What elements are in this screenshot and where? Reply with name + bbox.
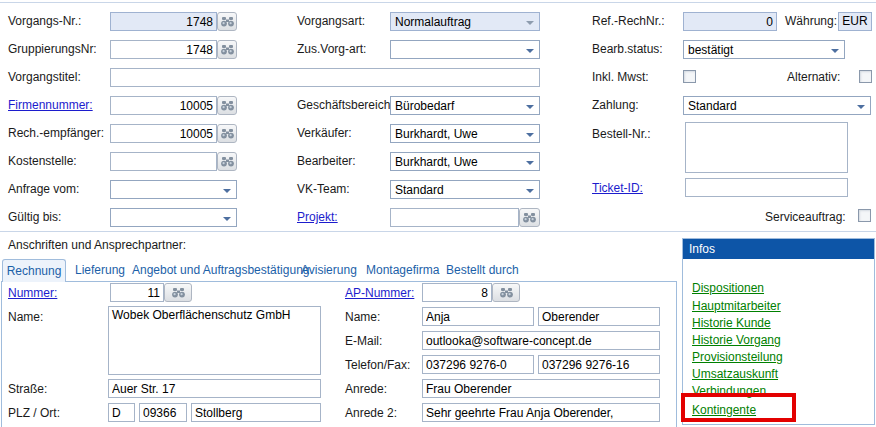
vk-team-label: VK-Team: — [297, 182, 350, 196]
binoculars-icon — [221, 17, 234, 27]
telefon-field[interactable] — [422, 355, 534, 374]
bearb-status-dropdown[interactable]: bestätigt — [683, 40, 845, 59]
projekt-field[interactable] — [390, 208, 519, 227]
chevron-down-icon — [223, 189, 231, 193]
firmennummer-link[interactable]: Firmennummer: — [8, 98, 93, 112]
projekt-lookup-button[interactable] — [519, 208, 540, 227]
anrede2-field[interactable] — [422, 403, 660, 422]
alternativ-checkbox[interactable] — [859, 70, 872, 83]
binoculars-icon — [221, 45, 234, 55]
country-field[interactable] — [108, 403, 135, 422]
binoculars-icon — [523, 213, 536, 223]
infos-link-dispositionen[interactable]: Dispositionen — [692, 281, 764, 295]
ap-nummer-field[interactable] — [422, 283, 492, 302]
vorgangstitel-label: Vorgangstitel: — [8, 70, 81, 84]
infos-link-hauptmitarbeiter[interactable]: Hauptmitarbeiter — [692, 299, 781, 313]
ref-rechnr-label: Ref.-RechNr.: — [592, 14, 665, 28]
vorgangs-nr-field[interactable] — [110, 12, 217, 31]
inkl-mwst-checkbox[interactable] — [683, 70, 696, 83]
section-divider — [0, 231, 876, 232]
name-field[interactable]: Wobek Oberflächenschutz GmbH — [108, 306, 321, 375]
kostenstelle-field[interactable] — [110, 152, 217, 171]
strasse-field[interactable] — [108, 379, 321, 398]
anrede2-label: Anrede 2: — [345, 406, 397, 420]
gruppierungs-nr-label: GruppierungsNr: — [8, 42, 97, 56]
ref-rechnr-field[interactable] — [683, 12, 777, 31]
zahlung-dropdown[interactable]: Standard — [683, 96, 871, 115]
rech-empfaenger-field[interactable] — [110, 124, 217, 143]
anrede-field[interactable] — [422, 379, 660, 398]
gueltig-bis-dropdown[interactable] — [110, 208, 237, 227]
ap-last-name-field[interactable] — [538, 307, 660, 326]
name-label: Name: — [8, 310, 43, 324]
ap-first-name-field[interactable] — [422, 307, 534, 326]
tab-montagefirma[interactable]: Montagefirma — [366, 263, 439, 277]
binoculars-icon — [221, 157, 234, 167]
geschaeftsbereich-label: Geschäftsbereich: — [297, 98, 394, 112]
vorgangs-nr-label: Vorgangs-Nr.: — [8, 14, 81, 28]
ap-nummer-lookup-button[interactable] — [492, 283, 520, 302]
zus-vorg-art-dropdown[interactable] — [390, 40, 540, 59]
verkaeufer-label: Verkäufer: — [297, 126, 352, 140]
chevron-down-icon — [526, 105, 534, 109]
anrede-label: Anrede: — [345, 382, 387, 396]
plz-field[interactable] — [139, 403, 187, 422]
chevron-down-icon — [526, 49, 534, 53]
nummer-lookup-button[interactable] — [164, 283, 192, 302]
chevron-down-icon — [831, 49, 839, 53]
vorgangs-nr-lookup-button[interactable] — [217, 12, 237, 31]
chevron-down-icon — [526, 189, 534, 193]
inkl-mwst-label: Inkl. Mwst: — [592, 70, 649, 84]
vk-team-dropdown[interactable]: Standard — [390, 180, 540, 199]
firmennummer-field[interactable] — [110, 96, 217, 115]
zus-vorg-art-label: Zus.Vorg-art: — [297, 42, 366, 56]
ap-nummer-link[interactable]: AP-Nummer: — [345, 286, 414, 300]
gruppierungs-nr-field[interactable] — [110, 40, 217, 59]
infos-link-umsatzauskunft[interactable]: Umsatzauskunft — [692, 367, 778, 381]
highlight-annotation-box — [681, 393, 796, 422]
infos-link-historie-vorgang[interactable]: Historie Vorgang — [692, 333, 781, 347]
firmennummer-lookup-button[interactable] — [217, 96, 237, 115]
plz-ort-label: PLZ / Ort: — [8, 406, 60, 420]
rech-empfaenger-lookup-button[interactable] — [217, 124, 237, 143]
infos-link-historie-kunde[interactable]: Historie Kunde — [692, 316, 771, 330]
ort-field[interactable] — [191, 403, 321, 422]
nummer-link[interactable]: Nummer: — [8, 286, 57, 300]
tab-rechnung[interactable]: Rechnung — [2, 259, 66, 282]
chevron-down-icon — [526, 133, 534, 137]
serviceauftrag-checkbox[interactable] — [858, 209, 871, 222]
tab-bestellt-durch[interactable]: Bestellt durch — [446, 263, 519, 277]
telefon-fax-label: Telefon/Fax: — [345, 358, 410, 372]
nummer-field[interactable] — [110, 283, 164, 302]
fax-field[interactable] — [538, 355, 660, 374]
vorgangstitel-field[interactable] — [110, 68, 540, 87]
rech-empfaenger-label: Rech.-empfänger: — [8, 126, 104, 140]
order-form-window: Vorgangs-Nr.: GruppierungsNr: Vorgangsti… — [0, 0, 876, 427]
bearbeiter-dropdown[interactable]: Burkhardt, Uwe — [390, 152, 540, 171]
waehrung-field: EUR — [838, 12, 872, 31]
infos-link-provisionsteilung[interactable]: Provisionsteilung — [692, 350, 783, 364]
vorgangsart-label: Vorgangsart: — [297, 14, 365, 28]
anfrage-vom-dropdown[interactable] — [110, 180, 237, 199]
alternativ-label: Alternativ: — [787, 70, 840, 84]
kostenstelle-lookup-button[interactable] — [217, 152, 237, 171]
bearbeiter-label: Bearbeiter: — [297, 154, 356, 168]
geschaeftsbereich-dropdown[interactable]: Bürobedarf — [390, 96, 540, 115]
infos-panel-header: Infos — [683, 239, 874, 259]
tab-lieferung[interactable]: Lieferung — [75, 263, 125, 277]
tab-angebot-und-auftragsbestaetigung[interactable]: Angebot und Auftragsbestätigung — [132, 263, 309, 277]
email-field[interactable] — [422, 331, 660, 350]
projekt-link[interactable]: Projekt: — [297, 210, 338, 224]
tab-avisierung[interactable]: Avisierung — [301, 263, 357, 277]
chevron-down-icon — [526, 161, 534, 165]
bestell-nr-field[interactable] — [685, 122, 848, 173]
binoculars-icon — [172, 288, 185, 298]
verkaeufer-dropdown[interactable]: Burkhardt, Uwe — [390, 124, 540, 143]
ticket-id-field[interactable] — [685, 178, 848, 197]
chevron-down-icon — [857, 105, 865, 109]
zahlung-label: Zahlung: — [592, 98, 639, 112]
ticket-id-link[interactable]: Ticket-ID: — [592, 181, 643, 195]
gruppierungs-nr-lookup-button[interactable] — [217, 40, 237, 59]
vorgangsart-dropdown[interactable]: Normalauftrag — [390, 12, 540, 31]
email-label: E-Mail: — [345, 334, 382, 348]
